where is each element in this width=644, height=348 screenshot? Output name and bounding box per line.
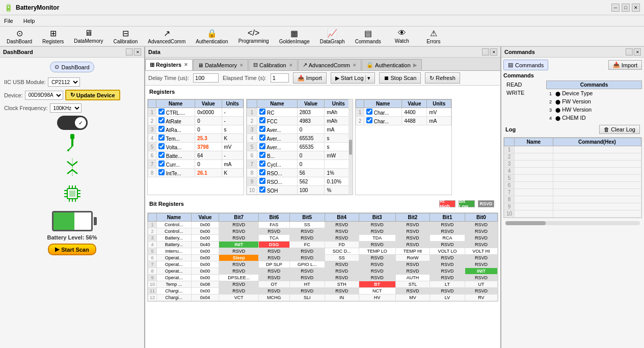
table-row: 2	[356, 117, 364, 125]
nav-bar: ⊙ DashBoard ⊞ Registers 🖥 DataMemory ⊟ C…	[0, 26, 644, 47]
nav-goldenimage[interactable]: ▦ GoldenImage	[275, 27, 314, 46]
watch-icon: 👁	[398, 29, 406, 38]
table-row: 2	[148, 228, 157, 235]
dashboard-panel-title: DashBoard	[3, 49, 33, 55]
data-close-button[interactable]: ✕	[490, 48, 497, 56]
table-row: 11	[148, 288, 157, 295]
nav-programming[interactable]: </> Programming	[234, 27, 274, 45]
table-row: 6	[148, 151, 156, 160]
table-row: 8	[148, 268, 157, 275]
commands-section-label: Commands	[515, 62, 544, 68]
registers-icon: ⊞	[50, 29, 57, 38]
nav-errors[interactable]: ⚠ Errors	[418, 27, 449, 46]
middle-panel: Data ⬜ ✕ ⊞ Registers ✕ 🖥 DataMemory ✕ ⊟ …	[145, 47, 501, 348]
tab-advancedcomm[interactable]: ↗ AdvancedComm ✕	[298, 59, 361, 70]
start-scan-button[interactable]: ▶ Start Scan	[48, 244, 96, 255]
update-device-button[interactable]: ↻ Update Device	[65, 90, 120, 100]
nav-dashboard[interactable]: ⊙ DashBoard	[2, 27, 37, 46]
tab-advancedcomm-close[interactable]: ✕	[353, 63, 357, 68]
table2-scrollbar[interactable]	[348, 99, 353, 195]
reg1-col-idx	[148, 100, 156, 108]
cmd-list-item[interactable]: 4 ⬤ CHEM ID	[546, 114, 642, 122]
nav-registers[interactable]: ⊞ Registers	[38, 27, 68, 46]
minimize-button[interactable]: ─	[611, 4, 620, 12]
delay-input[interactable]	[193, 73, 219, 83]
tab-registers-close[interactable]: ✕	[184, 62, 188, 67]
bit-col-bit4: Bit4	[325, 213, 359, 222]
table-row: 12	[148, 295, 157, 301]
commands-panel-title: Commands	[504, 49, 535, 55]
reg3-col-units: Units	[427, 100, 451, 108]
menu-bar: File Help	[0, 15, 644, 26]
tab-calibration-close[interactable]: ✕	[289, 63, 293, 68]
log-scrollbar[interactable]	[505, 221, 640, 225]
tab-authentication[interactable]: 🔒 Authentication ▶	[362, 59, 422, 70]
tab-datamemory[interactable]: 🖥 DataMemory ✕	[193, 59, 248, 70]
nav-advancedcomm[interactable]: ↗ AdvancedComm	[143, 27, 190, 46]
log-table-row: 7	[504, 189, 641, 196]
toggle-switch[interactable]: ✓	[57, 116, 88, 130]
cmd-list-item[interactable]: 3 ⬤ HW Version	[546, 105, 642, 114]
log-clear-button[interactable]: 🗑 Clear Log	[599, 125, 640, 134]
commands-import-button[interactable]: 📥 Import	[608, 60, 642, 70]
stop-scan-button[interactable]: ⏹ Stop Scan	[379, 72, 421, 84]
start-log-dropdown[interactable]: ▾	[365, 75, 370, 82]
panel-close-button[interactable]: ✕	[134, 48, 141, 56]
elapsed-input[interactable]	[271, 73, 289, 83]
usb-icon	[63, 133, 82, 155]
reg2-col-idx	[247, 100, 257, 108]
import-icon: 📥	[298, 75, 305, 82]
cmd-list-item[interactable]: 1 ⬤ Device Type	[546, 89, 642, 97]
cmd-read[interactable]: READ	[503, 81, 544, 89]
nav-datagraph-label: DataGraph	[320, 39, 345, 44]
nav-calibration-label: Calibration	[114, 39, 138, 44]
data-panel-header: Data ⬜ ✕	[145, 47, 500, 58]
nav-datagraph[interactable]: 📈 DataGraph	[315, 27, 350, 46]
nav-commands[interactable]: ▤ Commands	[351, 27, 386, 46]
import-button[interactable]: 📥 Import	[293, 72, 327, 84]
tab-registers[interactable]: ⊞ Registers ✕	[145, 59, 193, 70]
commands-title-row: ▤ Commands 📥 Import	[503, 60, 642, 70]
close-button[interactable]: ✕	[632, 4, 640, 12]
menu-help[interactable]: Help	[21, 17, 37, 25]
legend-high: Rt High	[439, 200, 455, 207]
nav-calibration[interactable]: ⊟ Calibration	[109, 27, 143, 46]
panel-restore-button[interactable]: ⬜	[126, 48, 133, 56]
table-row: 6	[148, 255, 157, 261]
tab-calibration[interactable]: ⊟ Calibration ✕	[249, 59, 298, 70]
table-row: 9	[247, 177, 257, 186]
app-title: BatteryMonitor	[16, 4, 611, 11]
menu-file[interactable]: File	[2, 17, 15, 25]
commands-inner: ▤ Commands 📥 Import Commands READ WRITE …	[501, 58, 644, 228]
dashboard-content: ⊙ DashBoard IIC USB Module: CP2112 Devic…	[0, 58, 144, 348]
nav-watch-label: Watch	[395, 38, 409, 44]
iic-select[interactable]: CP2112	[48, 77, 80, 87]
bit-col-bit5: Bit5	[289, 213, 325, 222]
device-select[interactable]: 00D9D98A	[25, 91, 63, 100]
commands-section-icon: ▤	[508, 62, 513, 68]
table-row: 3	[247, 125, 257, 134]
cmd-write[interactable]: WRITE	[503, 89, 544, 97]
reg2-col-value: Value	[297, 100, 325, 108]
data-restore-button[interactable]: ⬜	[482, 48, 489, 56]
table-row: 7	[148, 160, 156, 169]
cmd-list-item[interactable]: 2 ⬤ FW Version	[546, 97, 642, 105]
tab-authentication-icon: 🔒	[366, 62, 373, 68]
nav-authentication[interactable]: 🔒 Authentication	[191, 27, 232, 46]
commands-import-icon: 📥	[613, 62, 620, 68]
bit-col-bit2: Bit2	[395, 213, 430, 222]
panel-header-controls: ⬜ ✕	[126, 48, 141, 56]
clock-select[interactable]: 100KHz	[50, 103, 82, 113]
nav-watch[interactable]: 👁 Watch	[387, 27, 417, 45]
nav-datamemory-label: DataMemory	[74, 38, 103, 44]
commands-restore-button[interactable]: ⬜	[626, 48, 633, 56]
tab-datamemory-close[interactable]: ✕	[239, 63, 244, 68]
maximize-button[interactable]: □	[622, 4, 630, 12]
nav-authentication-label: Authentication	[196, 39, 228, 44]
refresh-button[interactable]: ↻ Refresh	[425, 72, 460, 84]
nav-datamemory[interactable]: 🖥 DataMemory	[69, 27, 108, 45]
commands-close-button[interactable]: ✕	[634, 48, 641, 56]
cmd-left: READ WRITE	[503, 81, 544, 122]
cmd-items-list: 1 ⬤ Device Type2 ⬤ FW Version3 ⬤ HW Vers…	[546, 89, 642, 122]
start-log-button[interactable]: ▶ Start Log ▾	[331, 72, 375, 84]
